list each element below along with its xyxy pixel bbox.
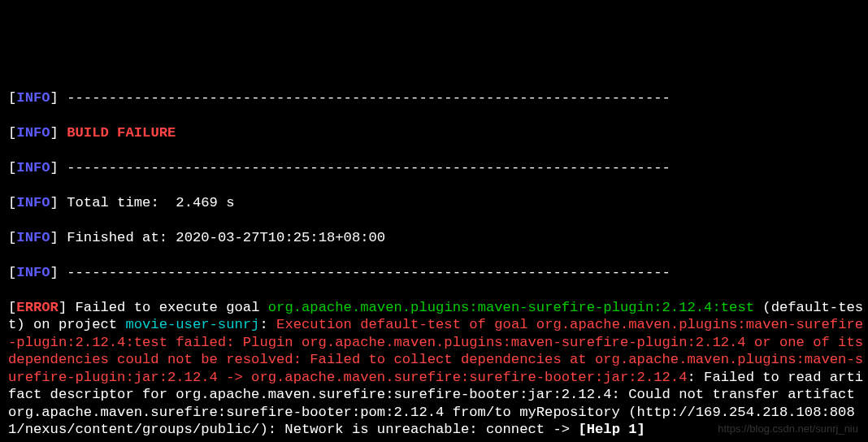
log-line: [INFO] BUILD FAILURE xyxy=(8,124,868,142)
watermark: https://blog.csdn.net/sunrj_niu xyxy=(718,422,858,436)
terminal-output: [INFO] ---------------------------------… xyxy=(3,72,868,442)
log-line: [INFO] ---------------------------------… xyxy=(8,159,868,177)
log-line: [INFO] Total time: 2.469 s xyxy=(8,194,868,212)
log-line: [INFO] Finished at: 2020-03-27T10:25:18+… xyxy=(8,229,868,247)
build-failure: BUILD FAILURE xyxy=(67,125,176,141)
log-line-error: [ERROR] Failed to execute goal org.apach… xyxy=(8,299,868,439)
log-line: [INFO] ---------------------------------… xyxy=(8,264,868,282)
log-line: [INFO] ---------------------------------… xyxy=(8,89,868,107)
help-ref: [Help 1] xyxy=(578,422,645,437)
